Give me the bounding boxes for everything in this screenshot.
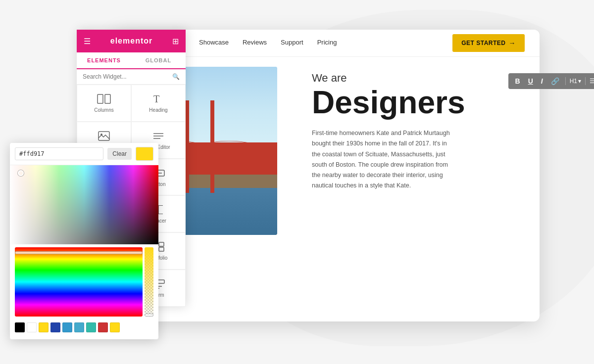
svg-rect-0 bbox=[98, 94, 103, 103]
nav-link-reviews[interactable]: Reviews bbox=[243, 39, 267, 48]
underline-button[interactable]: U bbox=[526, 76, 535, 86]
color-input-row: #ffd917 Clear bbox=[10, 143, 158, 165]
gradient-cursor[interactable] bbox=[18, 170, 24, 176]
text-format-toolbar: B U I 🔗 H1 ▾ ☰ ▾ bbox=[508, 73, 594, 89]
heading-dropdown[interactable]: H1 ▾ bbox=[570, 78, 581, 85]
hue-thumb[interactable] bbox=[15, 251, 143, 254]
swatch-yellow-2[interactable] bbox=[110, 322, 120, 332]
tab-global[interactable]: GLOBAL bbox=[131, 52, 186, 68]
columns-icon bbox=[97, 93, 111, 104]
heading-label: Heading bbox=[149, 107, 167, 113]
search-icon[interactable]: 🔍 bbox=[172, 73, 180, 80]
designers-heading: Designers bbox=[312, 87, 525, 118]
we-are-heading: We are bbox=[312, 72, 525, 85]
list-icon: ☰ bbox=[590, 78, 594, 85]
svg-text:T: T bbox=[153, 93, 159, 104]
svg-rect-21 bbox=[159, 242, 164, 246]
bold-button[interactable]: B bbox=[513, 76, 522, 86]
swatch-red[interactable] bbox=[98, 322, 108, 332]
color-preview-swatch bbox=[136, 147, 153, 161]
italic-button[interactable]: I bbox=[539, 76, 545, 86]
heading-label: H1 bbox=[570, 78, 577, 85]
swatch-black[interactable] bbox=[15, 322, 25, 332]
text-editor-icon bbox=[151, 131, 165, 141]
opacity-gradient bbox=[145, 247, 153, 317]
swatch-teal[interactable] bbox=[74, 322, 84, 332]
nav-link-support[interactable]: Support bbox=[281, 39, 303, 48]
get-started-arrow: → bbox=[509, 39, 516, 47]
widget-columns[interactable]: Columns bbox=[77, 85, 131, 122]
color-gradient-area[interactable] bbox=[10, 165, 158, 244]
toolbar-divider-2 bbox=[585, 77, 586, 85]
swatch-blue[interactable] bbox=[62, 322, 72, 332]
columns-label: Columns bbox=[94, 107, 113, 113]
swatch-blue-dark[interactable] bbox=[50, 322, 60, 332]
svg-rect-23 bbox=[159, 247, 164, 251]
nav-link-showcase[interactable]: Showcase bbox=[199, 39, 229, 48]
heading-chevron: ▾ bbox=[578, 78, 581, 85]
search-bar: 🔍 bbox=[77, 69, 186, 85]
nav-link-pricing[interactable]: Pricing bbox=[317, 39, 337, 48]
elementor-header: ☰ elementor ⊞ bbox=[77, 30, 186, 52]
image-icon bbox=[97, 131, 111, 141]
grid-icon[interactable]: ⊞ bbox=[172, 37, 179, 46]
get-started-button[interactable]: GET STARTED → bbox=[452, 34, 525, 52]
swatch-white[interactable] bbox=[27, 322, 37, 332]
hamburger-icon[interactable]: ☰ bbox=[84, 37, 91, 46]
get-started-label: GET STARTED bbox=[461, 40, 505, 46]
clear-button[interactable]: Clear bbox=[107, 148, 132, 160]
toolbar-divider-1 bbox=[565, 77, 566, 85]
hex-color-input[interactable]: #ffd917 bbox=[15, 147, 103, 160]
color-swatches bbox=[10, 319, 158, 335]
swatch-green[interactable] bbox=[86, 322, 96, 332]
list-dropdown[interactable]: ☰ ▾ bbox=[590, 78, 594, 85]
svg-point-4 bbox=[100, 134, 102, 136]
sliders-row bbox=[10, 244, 158, 319]
opacity-slider[interactable] bbox=[145, 247, 153, 317]
heading-icon: T bbox=[151, 93, 165, 104]
widget-heading[interactable]: T Heading bbox=[131, 85, 186, 122]
tab-elements[interactable]: ELEMENTS bbox=[77, 52, 131, 69]
svg-rect-1 bbox=[105, 94, 110, 103]
color-picker: #ffd917 Clear bbox=[10, 143, 158, 339]
opacity-thumb[interactable] bbox=[145, 314, 153, 317]
site-text-area: We are Designers First-time homeowners K… bbox=[297, 57, 540, 321]
hue-slider[interactable] bbox=[15, 247, 143, 317]
description-paragraph: First-time homeowners Kate and Patrick M… bbox=[312, 128, 450, 191]
elementor-tabs: ELEMENTS GLOBAL bbox=[77, 52, 186, 69]
link-button[interactable]: 🔗 bbox=[549, 76, 561, 86]
swatch-yellow[interactable] bbox=[39, 322, 49, 332]
elementor-logo: elementor bbox=[110, 37, 152, 46]
search-input[interactable] bbox=[83, 73, 169, 80]
bridge-cable-right bbox=[196, 141, 262, 161]
